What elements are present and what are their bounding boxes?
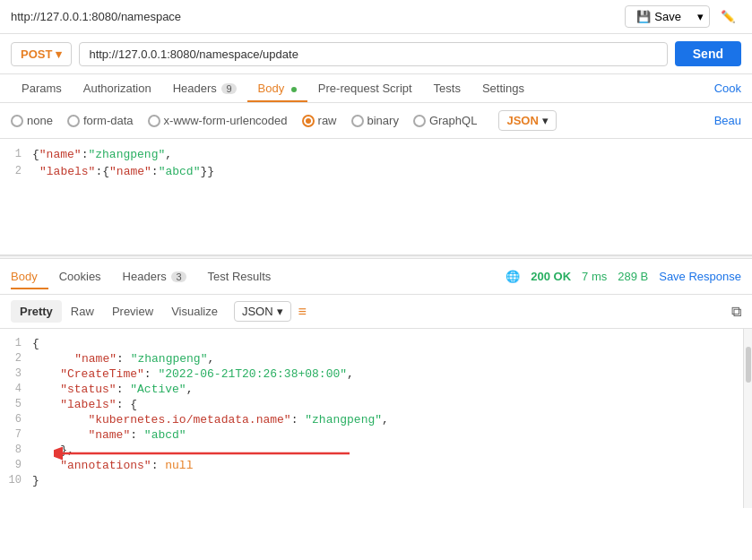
tab-pre-request[interactable]: Pre-request Script (307, 74, 423, 102)
method-label: POST (21, 47, 52, 61)
resp-tab-headers[interactable]: Headers 3 (112, 264, 197, 289)
response-body: 1 { 2 "name": "zhangpeng", 3 "CreateTime… (0, 329, 752, 508)
filter-icon[interactable]: ≡ (298, 304, 307, 320)
radio-raw (302, 115, 315, 127)
body-type-form-data[interactable]: form-data (67, 114, 134, 127)
tab-tests[interactable]: Tests (423, 74, 471, 102)
status-ok: 200 OK (531, 270, 571, 283)
request-tabs: Params Authorization Headers 9 Body Pre-… (0, 74, 752, 103)
save-icon: 💾 (636, 10, 651, 23)
body-type-selector: none form-data x-www-form-urlencoded raw… (0, 103, 752, 139)
tab-body[interactable]: Body (247, 74, 307, 102)
top-bar-actions: 💾 Save ▾ ✏️ (625, 5, 741, 28)
body-active-dot (291, 87, 297, 92)
method-chevron-icon: ▾ (56, 47, 62, 61)
method-select[interactable]: POST ▾ (11, 42, 72, 66)
tab-headers[interactable]: Headers 9 (162, 74, 247, 102)
resp-line-2: 2 "name": "zhangpeng", (0, 351, 752, 366)
resp-line-8: 8 }, (0, 443, 752, 458)
tab-authorization[interactable]: Authorization (73, 74, 162, 102)
resp-line-6: 6 "kubernetes.io/metadata.name": "zhangp… (0, 412, 752, 427)
resp-line-4: 4 "status": "Active", (0, 382, 752, 397)
resp-line-5: 5 "labels": { (0, 397, 752, 412)
code-line-2: 2 "labels":{"name":"abcd"}} (0, 163, 752, 180)
resp-line-1: 1 { (0, 336, 752, 351)
response-tabs: Body Cookies Headers 3 Test Results 🌐 20… (0, 259, 752, 295)
resp-json-select[interactable]: JSON ▾ (234, 301, 291, 322)
json-chevron-icon: ▾ (542, 114, 549, 127)
arrow-annotation (54, 444, 359, 462)
radio-binary (351, 115, 364, 127)
cook-link[interactable]: Cook (714, 82, 741, 95)
radio-none (11, 115, 23, 127)
fmt-tab-preview[interactable]: Preview (103, 300, 162, 323)
url-input[interactable] (79, 42, 667, 66)
radio-graphql (413, 115, 426, 127)
radio-form-data (67, 115, 80, 127)
resp-tab-test-results[interactable]: Test Results (197, 264, 282, 289)
response-status: 🌐 200 OK 7 ms 289 B Save Response (506, 270, 741, 283)
tab-settings[interactable]: Settings (471, 74, 535, 102)
radio-urlencoded (148, 115, 160, 127)
copy-icon[interactable]: ⧉ (731, 304, 741, 320)
json-type-select[interactable]: JSON ▾ (498, 110, 556, 131)
resp-headers-badge: 3 (171, 271, 186, 282)
resp-line-10: 10 } (0, 473, 752, 488)
body-type-urlencoded[interactable]: x-www-form-urlencoded (148, 114, 288, 127)
save-dropdown-button[interactable]: ▾ (692, 6, 709, 27)
body-type-graphql[interactable]: GraphQL (413, 114, 477, 127)
top-bar: http://127.0.0.1:8080/namespace 💾 Save ▾… (0, 0, 752, 34)
format-tabs: Pretty Raw Preview Visualize JSON ▾ ≡ ⧉ (0, 295, 752, 329)
globe-icon: 🌐 (506, 270, 520, 283)
body-type-raw[interactable]: raw (302, 114, 337, 127)
code-line-1: 1 {"name":"zhangpeng", (0, 146, 752, 163)
save-label: Save (654, 10, 681, 23)
save-button[interactable]: 💾 Save (626, 6, 692, 27)
save-button-group[interactable]: 💾 Save ▾ (625, 5, 710, 28)
top-bar-url: http://127.0.0.1:8080/namespace (11, 10, 181, 23)
scrollbar-thumb (746, 347, 751, 383)
request-body-editor[interactable]: 1 {"name":"zhangpeng", 2 "labels":{"name… (0, 139, 752, 255)
request-bar: POST ▾ Send (0, 34, 752, 74)
tab-params[interactable]: Params (11, 74, 73, 102)
status-size: 289 B (618, 270, 648, 283)
fmt-tab-visualize[interactable]: Visualize (162, 300, 227, 323)
app-container: http://127.0.0.1:8080/namespace 💾 Save ▾… (0, 0, 752, 560)
headers-badge: 9 (221, 83, 236, 94)
resp-line-3: 3 "CreateTime": "2022-06-21T20:26:38+08:… (0, 366, 752, 382)
response-section: Body Cookies Headers 3 Test Results 🌐 20… (0, 259, 752, 560)
status-time: 7 ms (582, 270, 607, 283)
body-type-none[interactable]: none (11, 114, 53, 127)
body-type-binary[interactable]: binary (351, 114, 399, 127)
resp-tab-cookies[interactable]: Cookies (48, 264, 112, 289)
edit-button[interactable]: ✏️ (715, 6, 741, 27)
fmt-tab-pretty[interactable]: Pretty (11, 300, 62, 323)
send-button[interactable]: Send (675, 41, 741, 66)
save-response-button[interactable]: Save Response (659, 270, 741, 283)
scrollbar[interactable] (743, 329, 752, 508)
resp-json-chevron-icon: ▾ (277, 305, 283, 318)
beautify-link[interactable]: Beau (714, 114, 741, 127)
fmt-tab-raw[interactable]: Raw (62, 300, 103, 323)
resp-line-7: 7 "name": "abcd" (0, 427, 752, 443)
resp-tab-body[interactable]: Body (11, 264, 48, 289)
